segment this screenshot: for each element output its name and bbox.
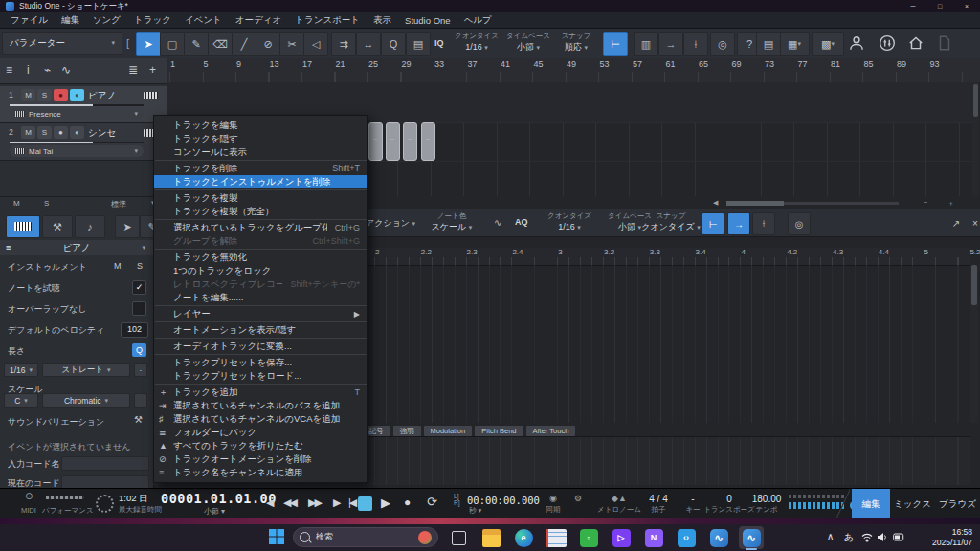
- solo-button[interactable]: S: [37, 126, 52, 139]
- snap-toggle-icon[interactable]: ⊢: [603, 32, 628, 56]
- line-tool[interactable]: ╱: [232, 32, 256, 56]
- menu-item[interactable]: トラックとインストゥルメントを削除: [154, 175, 368, 188]
- menu-item[interactable]: ≣フォルダーにパック: [154, 426, 368, 439]
- mixer-view-dropdown[interactable]: ▩▾: [812, 32, 844, 56]
- automation-icon[interactable]: ∿: [61, 63, 71, 77]
- menu-item[interactable]: トラックプリセットを保存...: [154, 356, 368, 369]
- close-button[interactable]: ×: [953, 0, 980, 12]
- volume-icon[interactable]: [877, 532, 888, 544]
- paint-tool[interactable]: ✎: [184, 32, 209, 56]
- mute-button[interactable]: M: [21, 89, 35, 101]
- minimize-button[interactable]: ─: [900, 0, 926, 12]
- menu-item[interactable]: ⊘トラックオートメーションを削除: [154, 452, 368, 466]
- battery-icon[interactable]: [893, 533, 905, 543]
- arrow-tool[interactable]: ➤: [136, 32, 161, 56]
- timebase-dropdown[interactable]: タイムベース 小節 ▾: [498, 31, 559, 55]
- midi-clip[interactable]: ⋯: [403, 122, 417, 161]
- arrange-vertical-scrollbar[interactable]: [972, 82, 979, 196]
- document-icon[interactable]: [936, 34, 953, 52]
- page-button-ブラウズ[interactable]: ブラウズ: [935, 489, 980, 519]
- instrument-preset-dropdown[interactable]: Mai Tai▾: [10, 145, 144, 157]
- aq-toggle[interactable]: AQ: [515, 217, 528, 227]
- record-arm-button[interactable]: ●: [54, 126, 68, 139]
- split-cursor-icon[interactable]: ⟊: [752, 212, 775, 235]
- record-arm-button[interactable]: ●: [54, 89, 68, 101]
- sound-variation-tool-icon[interactable]: ⚒: [134, 414, 143, 425]
- snap-dropdown[interactable]: スナップ 順応 ▾: [551, 31, 601, 55]
- split-cursor-icon[interactable]: ⟊: [683, 32, 708, 56]
- arrange-timeline-ruler[interactable]: 1591317212529333741454953576165697377818…: [167, 58, 980, 83]
- checkbox[interactable]: [132, 301, 146, 316]
- menu-item[interactable]: トラックを複製: [154, 191, 368, 205]
- chord-input[interactable]: [61, 456, 149, 471]
- transport-field[interactable]: ⚙: [568, 493, 588, 505]
- transport-nav-button[interactable]: ▶: [333, 496, 339, 509]
- editor-vertical-scrollbar[interactable]: [970, 265, 978, 423]
- page-button-編集[interactable]: 編集: [852, 489, 890, 519]
- cut-tool[interactable]: ✂: [279, 32, 304, 56]
- drum-tab[interactable]: ⚒: [42, 215, 73, 238]
- track-header-1[interactable]: 1MS●◐ピアノPresence▾: [0, 86, 167, 123]
- tray-chevron-icon[interactable]: ∧: [827, 531, 834, 541]
- zoom-out-icon[interactable]: −: [924, 199, 927, 206]
- zoom-in-icon[interactable]: ＋: [947, 199, 954, 209]
- taskbar-clock[interactable]: 16:58 2025/11/07: [911, 527, 972, 548]
- popout-icon[interactable]: ↗: [946, 212, 967, 233]
- lane-tab[interactable]: Modulation: [424, 426, 473, 436]
- taskbar-app-green-app[interactable]: ▫: [576, 526, 601, 549]
- taskbar-app-studio-one-active[interactable]: ∿: [739, 526, 764, 549]
- menu-item[interactable]: トラックを削除Shift+T: [154, 162, 368, 175]
- inspector-header[interactable]: ≡ ピアノ ▾: [0, 240, 153, 255]
- film-icon[interactable]: ▤: [756, 32, 781, 56]
- editor-quantize-dropdown[interactable]: クオンタイズ 1/16 ▾: [540, 210, 599, 235]
- zoom-scrollbar-handle[interactable]: [726, 201, 784, 206]
- arrow-tool-icon[interactable]: ➤: [115, 215, 140, 238]
- transport-field[interactable]: 180.00テンポ: [743, 493, 791, 515]
- eraser-tool[interactable]: ⌫: [208, 32, 233, 56]
- chevron-down-icon[interactable]: ▾: [142, 244, 145, 252]
- menu-item[interactable]: トラックプリセットをロード...: [154, 369, 368, 383]
- wifi-icon[interactable]: [861, 532, 873, 544]
- solo-button[interactable]: S: [37, 89, 52, 101]
- editor-snap-dropdown[interactable]: スナップ クオンタイズ ▾: [639, 210, 702, 235]
- menubar-item[interactable]: トランスポート: [288, 14, 367, 27]
- menu-item[interactable]: ♯選択されているチャンネルのVCAを追加: [154, 412, 368, 426]
- listen-tool[interactable]: ◁: [303, 32, 328, 56]
- lane-tab[interactable]: 強弱: [393, 426, 421, 436]
- midi-clip[interactable]: ⋯: [421, 122, 435, 161]
- menu-item[interactable]: レイヤー▶: [154, 307, 368, 320]
- inspector-icon[interactable]: i: [27, 63, 30, 77]
- action-dropdown[interactable]: アクション ▾: [366, 217, 415, 230]
- volume-slider[interactable]: [10, 104, 144, 106]
- transport-nav-button[interactable]: |◀: [348, 496, 355, 509]
- search-input[interactable]: 検索: [293, 527, 438, 547]
- midi-knob-icon[interactable]: ⊙: [25, 491, 33, 501]
- home-icon[interactable]: [907, 34, 924, 52]
- transport-field[interactable]: 4 / 4拍子: [639, 493, 678, 515]
- taskbar-app-studio-one[interactable]: ∿: [706, 526, 731, 549]
- menu-item[interactable]: トラックを隠す: [154, 132, 368, 145]
- lane-tab[interactable]: After Touch: [526, 426, 576, 436]
- monitor-button[interactable]: ◐: [70, 89, 84, 101]
- menu-item[interactable]: オートメーションを表示/隠す: [154, 323, 368, 337]
- tool-icon[interactable]: ⌁: [44, 63, 51, 77]
- stretch-icon[interactable]: ↔: [356, 32, 381, 56]
- transport-nav-button[interactable]: ◀◀: [283, 496, 296, 509]
- menu-item[interactable]: 選択されているトラックをグループ化Ctrl+G: [154, 221, 368, 234]
- main-time-display[interactable]: 00001.01.01.00: [161, 491, 268, 506]
- instrument-mute[interactable]: M: [114, 261, 122, 271]
- transport-nav-button[interactable]: ▶▶: [308, 496, 321, 509]
- menubar-item[interactable]: イベント: [178, 14, 229, 27]
- target-icon[interactable]: ◎: [788, 212, 811, 235]
- transport-nav-button[interactable]: ◀: [266, 496, 272, 509]
- note-color-dropdown[interactable]: ノート色 スケール ▾: [419, 210, 484, 235]
- taskbar-app-task-view[interactable]: [446, 526, 471, 549]
- menubar-item[interactable]: ソング: [86, 14, 127, 27]
- taskbar-app-vscode[interactable]: ‹›: [674, 526, 699, 549]
- inspector-dropdown[interactable]: Chromatic▾: [42, 393, 130, 408]
- menubar-item[interactable]: Studio One: [398, 15, 457, 26]
- track-list-icon[interactable]: ≡: [6, 63, 12, 77]
- menu-item[interactable]: オーディオトラックに変換...: [154, 340, 368, 353]
- score-tab[interactable]: ♪: [75, 215, 105, 238]
- checkbox[interactable]: ✓: [132, 280, 146, 295]
